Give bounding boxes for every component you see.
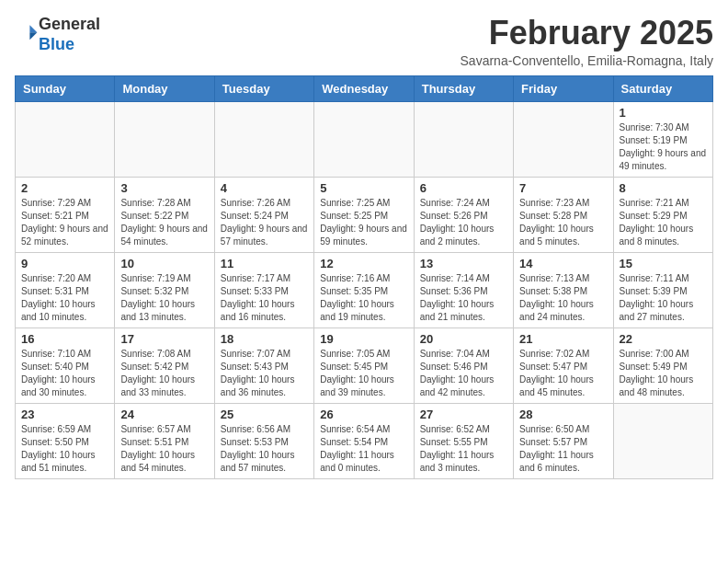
- weekday-row: SundayMondayTuesdayWednesdayThursdayFrid…: [16, 75, 713, 101]
- day-number: 16: [21, 332, 108, 346]
- day-number: 8: [620, 181, 707, 195]
- weekday-header-thursday: Thursday: [414, 75, 513, 101]
- title-area: February 2025 Savarna-Conventello, Emili…: [461, 15, 713, 68]
- day-number: 21: [519, 332, 607, 346]
- day-number: 22: [620, 332, 707, 346]
- day-info: Sunrise: 6:57 AM Sunset: 5:51 PM Dayligh…: [120, 423, 208, 475]
- day-number: 15: [620, 257, 707, 270]
- day-info: Sunrise: 6:59 AM Sunset: 5:50 PM Dayligh…: [21, 423, 108, 475]
- calendar-week-4: 16Sunrise: 7:10 AM Sunset: 5:40 PM Dayli…: [16, 327, 713, 403]
- day-info: Sunrise: 6:54 AM Sunset: 5:54 PM Dayligh…: [320, 423, 407, 475]
- day-info: Sunrise: 7:30 AM Sunset: 5:19 PM Dayligh…: [620, 121, 707, 173]
- logo: General Blue: [15, 15, 100, 54]
- day-number: 12: [320, 257, 407, 270]
- day-info: Sunrise: 7:11 AM Sunset: 5:39 PM Dayligh…: [620, 272, 707, 324]
- day-info: Sunrise: 7:05 AM Sunset: 5:45 PM Dayligh…: [320, 348, 407, 399]
- day-info: Sunrise: 7:26 AM Sunset: 5:24 PM Dayligh…: [221, 197, 308, 248]
- calendar-cell: [115, 101, 214, 177]
- day-number: 27: [420, 408, 507, 421]
- day-info: Sunrise: 7:24 AM Sunset: 5:26 PM Dayligh…: [420, 197, 507, 248]
- calendar-cell: [16, 101, 115, 177]
- day-number: 19: [320, 332, 407, 346]
- day-info: Sunrise: 6:56 AM Sunset: 5:53 PM Dayligh…: [221, 423, 308, 475]
- calendar-cell: 19Sunrise: 7:05 AM Sunset: 5:45 PM Dayli…: [314, 327, 414, 403]
- calendar-cell: 1Sunrise: 7:30 AM Sunset: 5:19 PM Daylig…: [613, 101, 712, 177]
- weekday-header-friday: Friday: [514, 75, 613, 101]
- calendar-cell: [214, 101, 313, 177]
- calendar-cell: 11Sunrise: 7:17 AM Sunset: 5:33 PM Dayli…: [214, 252, 313, 327]
- day-info: Sunrise: 7:04 AM Sunset: 5:46 PM Dayligh…: [420, 348, 507, 399]
- day-number: 4: [221, 181, 308, 195]
- calendar-cell: 21Sunrise: 7:02 AM Sunset: 5:47 PM Dayli…: [514, 327, 613, 403]
- weekday-header-wednesday: Wednesday: [314, 75, 414, 101]
- calendar-cell: 7Sunrise: 7:23 AM Sunset: 5:28 PM Daylig…: [514, 177, 613, 252]
- day-info: Sunrise: 7:23 AM Sunset: 5:28 PM Dayligh…: [519, 197, 607, 248]
- svg-marker-1: [29, 32, 37, 40]
- day-info: Sunrise: 7:19 AM Sunset: 5:32 PM Dayligh…: [120, 272, 208, 324]
- day-info: Sunrise: 7:14 AM Sunset: 5:36 PM Dayligh…: [420, 272, 507, 324]
- day-info: Sunrise: 7:08 AM Sunset: 5:42 PM Dayligh…: [120, 348, 208, 399]
- calendar-header: SundayMondayTuesdayWednesdayThursdayFrid…: [16, 75, 713, 101]
- day-number: 5: [320, 181, 407, 195]
- calendar-cell: [414, 101, 513, 177]
- calendar-cell: 26Sunrise: 6:54 AM Sunset: 5:54 PM Dayli…: [314, 403, 414, 478]
- day-number: 17: [120, 332, 208, 346]
- calendar-cell: 18Sunrise: 7:07 AM Sunset: 5:43 PM Dayli…: [214, 327, 313, 403]
- calendar-cell: 25Sunrise: 6:56 AM Sunset: 5:53 PM Dayli…: [214, 403, 313, 478]
- calendar-cell: [514, 101, 613, 177]
- calendar-cell: 10Sunrise: 7:19 AM Sunset: 5:32 PM Dayli…: [115, 252, 214, 327]
- day-number: 7: [519, 181, 607, 195]
- day-number: 6: [420, 181, 507, 195]
- day-number: 11: [221, 257, 308, 270]
- day-number: 18: [221, 332, 308, 346]
- day-info: Sunrise: 7:02 AM Sunset: 5:47 PM Dayligh…: [519, 348, 607, 399]
- calendar-cell: 3Sunrise: 7:28 AM Sunset: 5:22 PM Daylig…: [115, 177, 214, 252]
- day-info: Sunrise: 6:52 AM Sunset: 5:55 PM Dayligh…: [420, 423, 507, 475]
- day-number: 23: [21, 408, 108, 421]
- calendar-cell: 20Sunrise: 7:04 AM Sunset: 5:46 PM Dayli…: [414, 327, 513, 403]
- calendar-cell: 27Sunrise: 6:52 AM Sunset: 5:55 PM Dayli…: [414, 403, 513, 478]
- day-number: 10: [120, 257, 208, 270]
- weekday-header-sunday: Sunday: [16, 75, 115, 101]
- weekday-header-tuesday: Tuesday: [214, 75, 313, 101]
- day-number: 26: [320, 408, 407, 421]
- calendar-title: February 2025: [461, 15, 713, 52]
- day-number: 13: [420, 257, 507, 270]
- calendar-cell: 6Sunrise: 7:24 AM Sunset: 5:26 PM Daylig…: [414, 177, 513, 252]
- calendar-cell: 8Sunrise: 7:21 AM Sunset: 5:29 PM Daylig…: [613, 177, 712, 252]
- calendar-body: 1Sunrise: 7:30 AM Sunset: 5:19 PM Daylig…: [16, 101, 713, 478]
- logo-general: General: [39, 15, 100, 33]
- logo-text: General Blue: [39, 15, 100, 54]
- calendar-cell: 22Sunrise: 7:00 AM Sunset: 5:49 PM Dayli…: [613, 327, 712, 403]
- weekday-header-monday: Monday: [115, 75, 214, 101]
- calendar-cell: 13Sunrise: 7:14 AM Sunset: 5:36 PM Dayli…: [414, 252, 513, 327]
- calendar-cell: 16Sunrise: 7:10 AM Sunset: 5:40 PM Dayli…: [16, 327, 115, 403]
- calendar-week-1: 1Sunrise: 7:30 AM Sunset: 5:19 PM Daylig…: [16, 101, 713, 177]
- logo-icon: [17, 22, 39, 44]
- calendar-cell: 14Sunrise: 7:13 AM Sunset: 5:38 PM Dayli…: [514, 252, 613, 327]
- day-number: 1: [620, 106, 707, 120]
- weekday-header-saturday: Saturday: [613, 75, 712, 101]
- calendar-cell: [314, 101, 414, 177]
- day-info: Sunrise: 7:21 AM Sunset: 5:29 PM Dayligh…: [620, 197, 707, 248]
- day-info: Sunrise: 7:28 AM Sunset: 5:22 PM Dayligh…: [120, 197, 208, 248]
- day-info: Sunrise: 7:29 AM Sunset: 5:21 PM Dayligh…: [21, 197, 108, 248]
- day-info: Sunrise: 7:16 AM Sunset: 5:35 PM Dayligh…: [320, 272, 407, 324]
- day-info: Sunrise: 7:07 AM Sunset: 5:43 PM Dayligh…: [221, 348, 308, 399]
- day-info: Sunrise: 7:10 AM Sunset: 5:40 PM Dayligh…: [21, 348, 108, 399]
- calendar-cell: 5Sunrise: 7:25 AM Sunset: 5:25 PM Daylig…: [314, 177, 414, 252]
- day-info: Sunrise: 7:13 AM Sunset: 5:38 PM Dayligh…: [519, 272, 607, 324]
- day-number: 3: [120, 181, 208, 195]
- calendar-cell: 4Sunrise: 7:26 AM Sunset: 5:24 PM Daylig…: [214, 177, 313, 252]
- day-info: Sunrise: 6:50 AM Sunset: 5:57 PM Dayligh…: [519, 423, 607, 475]
- calendar-table: SundayMondayTuesdayWednesdayThursdayFrid…: [15, 75, 713, 479]
- calendar-cell: 17Sunrise: 7:08 AM Sunset: 5:42 PM Dayli…: [115, 327, 214, 403]
- calendar-subtitle: Savarna-Conventello, Emilia-Romagna, Ita…: [461, 53, 713, 68]
- calendar-cell: 23Sunrise: 6:59 AM Sunset: 5:50 PM Dayli…: [16, 403, 115, 478]
- svg-marker-0: [29, 25, 37, 32]
- calendar-cell: 9Sunrise: 7:20 AM Sunset: 5:31 PM Daylig…: [16, 252, 115, 327]
- day-number: 2: [21, 181, 108, 195]
- calendar-cell: 12Sunrise: 7:16 AM Sunset: 5:35 PM Dayli…: [314, 252, 414, 327]
- day-number: 24: [120, 408, 208, 421]
- calendar-week-5: 23Sunrise: 6:59 AM Sunset: 5:50 PM Dayli…: [16, 403, 713, 478]
